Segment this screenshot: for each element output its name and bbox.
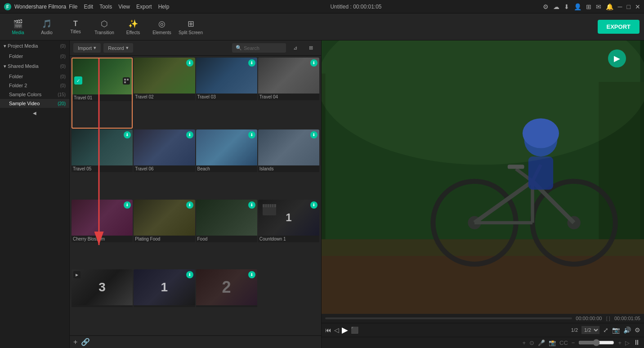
stop-button[interactable]: ⬛ <box>351 326 358 334</box>
media-item-countdown-r1[interactable]: 3 ▶ <box>72 269 133 334</box>
project-media-header[interactable]: ▾ Project Media (0) <box>0 40 69 52</box>
media-item-travel03[interactable]: ⬇ Travel 03 <box>196 58 257 129</box>
subtitle-btn[interactable]: CC <box>559 339 568 346</box>
speed-selector[interactable]: 1/212 <box>581 326 599 334</box>
menu-tools[interactable]: Tools <box>99 4 112 10</box>
settings-icon[interactable]: ⚙ <box>543 3 549 10</box>
mic-btn[interactable]: 🎤 <box>538 339 545 346</box>
effects-label: Effects <box>126 30 140 35</box>
import-button[interactable]: Import ▾ <box>73 43 101 53</box>
minimize-btn[interactable]: ─ <box>618 3 622 10</box>
speed-display: 1/2 <box>571 327 578 333</box>
transition-icon: ⬡ <box>101 19 108 29</box>
elements-label: Elements <box>152 30 171 35</box>
sample-colors-item[interactable]: Sample Colors (15) <box>0 90 69 99</box>
toolbar-effects[interactable]: ✨ Effects <box>120 15 147 39</box>
play-extra-btn[interactable]: ▷ <box>625 339 630 346</box>
zoom-slider[interactable] <box>578 339 614 346</box>
zoom-in-btn[interactable]: + <box>618 339 622 346</box>
play-button[interactable]: ▶ <box>342 325 348 335</box>
menu-view[interactable]: View <box>118 4 130 10</box>
link-media-button[interactable]: 🔗 <box>81 338 90 346</box>
folder-item[interactable]: Folder (0) <box>0 52 69 61</box>
countdown-r3-label <box>196 305 257 307</box>
screenshot-button[interactable]: 📷 <box>612 326 620 334</box>
islands-label: Islands <box>258 165 319 172</box>
preview-panel: ▶ 00:00:00:00 [ ] 00:00:01:05 ⏮ ◁ ▶ ⬛ 1/… <box>322 40 644 348</box>
menu-edit[interactable]: Edit <box>84 4 94 10</box>
media-toolbar: Import ▾ Record ▾ 🔍 Search ⊿ ⊞ <box>70 40 321 56</box>
folder2-count: (0) <box>60 74 66 79</box>
media-item-food[interactable]: ⬇ Food <box>196 200 257 269</box>
media-item-travel05[interactable]: ⬇ Travel 05 <box>72 129 133 199</box>
download-badge-travel02: ⬇ <box>186 59 193 67</box>
frame-back-button[interactable]: ◁ <box>334 326 339 334</box>
volume-button[interactable]: 🔊 <box>623 326 631 334</box>
maximize-btn[interactable]: □ <box>627 3 631 10</box>
skip-back-button[interactable]: ⏮ <box>325 326 331 334</box>
sample-video-item[interactable]: Sample Video (20) <box>0 99 69 108</box>
user-icon[interactable]: 👤 <box>574 3 581 10</box>
cloud-icon[interactable]: ☁ <box>553 3 559 10</box>
media-item-islands[interactable]: ⬇ Islands <box>258 129 319 199</box>
filter-button[interactable]: ⊿ <box>289 43 302 53</box>
app-name: Wondershare Filmora <box>14 4 66 10</box>
snapshot-btn[interactable]: 📸 <box>549 339 556 346</box>
bell-icon[interactable]: 🔔 <box>606 3 613 10</box>
download-badge-islands: ⬇ <box>310 131 318 138</box>
elements-icon: ◎ <box>158 19 165 29</box>
menu-help[interactable]: Help <box>158 4 170 10</box>
preview-seekbar[interactable] <box>325 317 572 319</box>
shared-media-header[interactable]: ▾ Shared Media (0) <box>0 61 69 72</box>
countdown-r2-label <box>134 305 195 307</box>
media-item-countdown1[interactable]: ⬇ 1 Count <box>258 200 319 269</box>
preview-controls: ⏮ ◁ ▶ ⬛ 1/2 1/212 ⤢ 📷 🔊 ⚙ <box>322 323 644 337</box>
folder2-item[interactable]: Folder (0) <box>0 72 69 81</box>
menu-export[interactable]: Export <box>136 4 152 10</box>
download-icon[interactable]: ⬇ <box>564 3 569 10</box>
media-item-countdown-r3[interactable]: 2 ⬇ <box>196 269 257 334</box>
close-btn[interactable]: ✕ <box>635 3 640 10</box>
media-item-plating[interactable]: ⬇ Plating Food <box>134 200 195 269</box>
toolbar-media[interactable]: 🎬 Media <box>4 15 31 39</box>
download-badge-plating: ⬇ <box>186 201 193 209</box>
layout-icon[interactable]: ⊞ <box>586 3 591 10</box>
add-media-button[interactable]: + <box>73 338 77 346</box>
zoom-out-btn[interactable]: − <box>572 339 575 346</box>
shared-media-toggle: ▾ Shared Media <box>4 63 39 69</box>
folder3-item[interactable]: Folder 2 (0) <box>0 81 69 90</box>
download-badge-cherry: ⬇ <box>124 201 131 209</box>
media-item-beach[interactable]: ⬇ Beach <box>196 129 257 199</box>
preview-controls-right: 1/2 1/212 ⤢ 📷 🔊 ⚙ <box>571 326 640 334</box>
app-logo: F <box>4 3 12 11</box>
fullscreen-button[interactable]: ⤢ <box>603 326 608 334</box>
download-badge-travel06: ⬇ <box>186 131 193 138</box>
toolbar-splitscreen[interactable]: ⊞ Split Screen <box>177 15 204 39</box>
media-item-cherry[interactable]: ⬇ Cherry Blossom <box>72 200 133 269</box>
import-chevron-icon: ▾ <box>94 45 96 51</box>
media-item-travel06[interactable]: ⬇ Travel 06 <box>134 129 195 199</box>
media-item-travel02[interactable]: ⬇ Travel 02 <box>134 58 195 129</box>
media-item-travel04[interactable]: ⬇ Travel 04 <box>258 58 319 129</box>
toolbar-transition[interactable]: ⬡ Transition <box>91 15 118 39</box>
pause-timeline-btn[interactable]: ⏸ <box>633 339 640 347</box>
transition-label: Transition <box>94 30 114 35</box>
download-badge-travel05: ⬇ <box>124 131 131 138</box>
download-badge-beach: ⬇ <box>248 131 255 138</box>
media-item-travel01[interactable]: ✓ Travel 01 <box>72 58 133 129</box>
toolbar-elements[interactable]: ◎ Elements <box>148 15 175 39</box>
toolbar-audio[interactable]: 🎵 Audio <box>33 15 60 39</box>
export-button[interactable]: EXPORT <box>598 20 640 34</box>
add-to-timeline-btn[interactable]: + <box>522 339 526 346</box>
plating-label: Plating Food <box>134 236 195 242</box>
record-button[interactable]: Record ▾ <box>103 43 133 53</box>
message-icon[interactable]: ✉ <box>596 3 601 10</box>
motion-track-btn[interactable]: ⊙ <box>529 339 534 346</box>
media-item-countdown-r2[interactable]: 1 ⬇ <box>134 269 195 334</box>
toolbar-titles[interactable]: T Titles <box>62 15 89 39</box>
grid-view-button[interactable]: ⊞ <box>304 43 318 53</box>
titles-icon: T <box>73 20 78 28</box>
settings-preview-button[interactable]: ⚙ <box>635 326 640 334</box>
svg-rect-18 <box>322 239 644 256</box>
menu-file[interactable]: File <box>69 4 77 10</box>
